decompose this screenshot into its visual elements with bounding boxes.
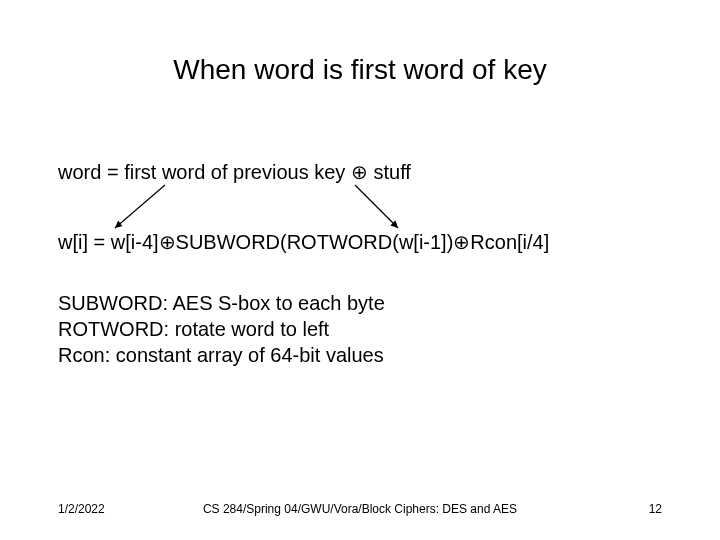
slide: When word is first word of key word = fi… xyxy=(0,0,720,540)
text-formula: w[i] = w[i-4]⊕SUBWORD(ROTWORD(w[i-1])⊕Rc… xyxy=(58,230,549,254)
footer-page-number: 12 xyxy=(649,502,662,516)
slide-title: When word is first word of key xyxy=(0,54,720,86)
arrow-right xyxy=(355,185,398,228)
footer-course: CS 284/Spring 04/GWU/Vora/Block Ciphers:… xyxy=(0,502,720,516)
text-rcon: Rcon: constant array of 64-bit values xyxy=(58,344,384,367)
text-line-summary: word = first word of previous key ⊕ stuf… xyxy=(58,160,411,184)
text-subword: SUBWORD: AES S-box to each byte xyxy=(58,292,385,315)
text-rotword: ROTWORD: rotate word to left xyxy=(58,318,329,341)
arrow-left xyxy=(115,185,165,228)
